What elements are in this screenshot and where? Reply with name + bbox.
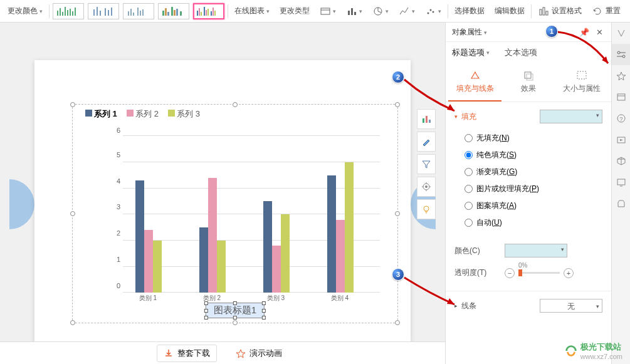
rail-icon-sliders[interactable] [612, 44, 630, 65]
svg-rect-21 [165, 8, 167, 16]
tool-icon-1[interactable] [315, 1, 341, 22]
chart-style-thumb-1[interactable] [53, 3, 84, 19]
svg-point-42 [430, 9, 432, 11]
rail-icon-help[interactable]: ? [612, 108, 630, 129]
svg-rect-44 [540, 9, 542, 15]
tab-title-options[interactable]: 标题选项▾ [452, 47, 490, 62]
radio-auto-fill[interactable]: 自动(U) [465, 214, 602, 231]
top-toolbar: 更改颜色 在线图表 更改类型 选择数据 编辑数据 设置格式 重置 [0, 0, 630, 23]
svg-rect-31 [206, 10, 207, 16]
svg-rect-15 [130, 9, 132, 16]
color-picker[interactable] [505, 244, 567, 257]
section-line-header[interactable]: ▸线条 无 [454, 299, 602, 313]
radio-picture-fill[interactable]: 图片或纹理填充(P) [465, 180, 602, 197]
chart-style-thumb-5[interactable] [193, 3, 224, 19]
chart-legend[interactable]: 系列 1 系列 2 系列 3 [85, 108, 207, 120]
subtab-fill-line[interactable]: 填充与线条 [448, 70, 501, 101]
transparency-slider[interactable]: − 0% + [505, 268, 574, 278]
rail-icon-template[interactable] [612, 86, 630, 108]
online-chart-dropdown[interactable]: 在线图表 [229, 1, 275, 22]
chart-element-icon[interactable] [417, 109, 436, 129]
chart-title-selected[interactable]: 图表标题1 [206, 303, 265, 318]
slide[interactable]: 系列 1 系列 2 系列 3 0 1 2 3 4 5 6 [34, 60, 411, 342]
slide-canvas-area: 系列 1 系列 2 系列 3 0 1 2 3 4 5 6 [0, 23, 445, 364]
subtab-effect[interactable]: 效果 [501, 70, 555, 101]
svg-rect-23 [171, 7, 173, 16]
radio-solid-fill[interactable]: 纯色填充(S) [465, 147, 602, 164]
chart-plot-area[interactable] [123, 136, 380, 293]
svg-rect-8 [93, 9, 95, 16]
line-style-select[interactable]: 无 [540, 299, 602, 313]
tool-icon-5[interactable] [420, 1, 446, 22]
svg-rect-6 [72, 11, 73, 16]
svg-rect-3 [65, 7, 66, 16]
svg-rect-12 [108, 10, 109, 16]
section-fill-header[interactable]: ▾填充 [454, 110, 602, 123]
pin-icon[interactable]: 📌 [579, 26, 590, 38]
svg-rect-53 [525, 72, 531, 78]
fill-color-swatch[interactable] [540, 110, 602, 123]
change-type-button[interactable]: 更改类型 [275, 1, 315, 22]
radio-no-fill[interactable]: 无填充(N) [465, 130, 602, 147]
tool-icon-4[interactable] [394, 1, 420, 22]
svg-rect-26 [180, 11, 182, 16]
rail-icon-cube[interactable] [612, 150, 630, 172]
slider-minus-icon[interactable]: − [505, 268, 515, 278]
chart-style-thumb-2[interactable] [88, 3, 119, 19]
svg-rect-49 [429, 120, 431, 123]
tab-text-options[interactable]: 文本选项 [505, 47, 537, 62]
change-color-dropdown[interactable]: 更改颜色 [3, 1, 48, 22]
chart-object[interactable]: 系列 1 系列 2 系列 3 0 1 2 3 4 5 6 [72, 104, 398, 323]
chart-brush-icon[interactable] [417, 132, 436, 152]
svg-rect-29 [201, 12, 202, 16]
rail-icon-star[interactable] [612, 65, 630, 86]
rail-icon-media[interactable] [612, 129, 630, 150]
rail-icon-1[interactable] [612, 23, 630, 44]
svg-rect-2 [62, 12, 63, 16]
subtab-size-prop[interactable]: 大小与属性 [555, 70, 609, 101]
right-icon-rail: ? [611, 23, 630, 364]
prev-slide-handle[interactable] [9, 179, 34, 229]
svg-rect-7 [75, 8, 76, 16]
svg-rect-46 [546, 11, 548, 15]
footer-bar: 整套下载 演示动画 [0, 341, 445, 364]
tool-icon-2[interactable] [341, 1, 367, 22]
present-animation-button[interactable]: 演示动画 [229, 345, 288, 361]
reset-button[interactable]: 重置 [587, 1, 626, 22]
rail-icon-tool[interactable] [612, 193, 630, 214]
chart-floating-tools [417, 109, 436, 222]
chart-settings-icon[interactable] [417, 177, 436, 197]
svg-rect-14 [128, 11, 129, 16]
chart-filter-icon[interactable] [417, 154, 436, 174]
svg-point-51 [425, 185, 428, 188]
svg-rect-1 [60, 8, 61, 16]
chart-style-thumb-4[interactable] [158, 3, 189, 19]
svg-point-56 [617, 51, 620, 54]
svg-rect-4 [67, 10, 68, 16]
select-data-button[interactable]: 选择数据 [449, 1, 490, 22]
svg-rect-35 [214, 11, 216, 16]
radio-pattern-fill[interactable]: 图案填充(A) [465, 197, 602, 214]
svg-rect-38 [351, 8, 353, 15]
radio-gradient-fill[interactable]: 渐变填充(G) [465, 164, 602, 180]
svg-rect-37 [348, 11, 350, 15]
svg-rect-32 [207, 9, 209, 16]
svg-point-43 [433, 11, 434, 13]
svg-rect-47 [423, 118, 424, 123]
slider-plus-icon[interactable]: + [564, 268, 574, 278]
edit-data-button[interactable]: 编辑数据 [490, 1, 530, 22]
tool-icon-3[interactable] [367, 1, 394, 22]
annotation-badge-1: 1 [545, 25, 558, 38]
svg-rect-16 [133, 13, 134, 16]
svg-rect-9 [97, 7, 98, 16]
set-format-button[interactable]: 设置格式 [533, 1, 587, 22]
chart-style-thumb-3[interactable] [123, 3, 154, 19]
watermark: 极光下载站www.xz7.com [564, 341, 622, 360]
transparency-label: 透明度(T) [454, 268, 505, 278]
full-download-button[interactable]: 整套下载 [157, 345, 217, 362]
svg-point-41 [428, 12, 429, 14]
svg-rect-27 [197, 11, 198, 16]
close-panel-icon[interactable]: ✕ [594, 26, 605, 38]
rail-icon-screen[interactable] [612, 172, 630, 193]
chart-idea-icon[interactable] [417, 199, 436, 219]
